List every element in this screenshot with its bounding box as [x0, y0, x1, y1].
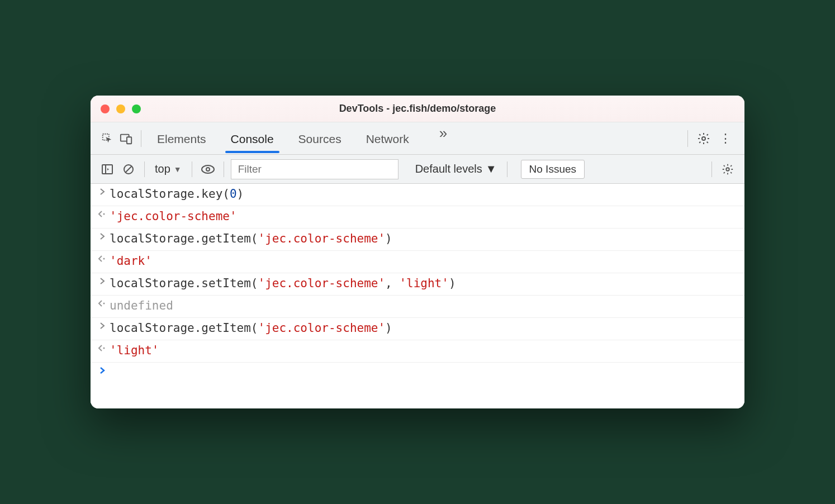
devtools-window: DevTools - jec.fish/demo/storage Element… — [91, 96, 744, 408]
inspect-element-icon[interactable] — [98, 130, 116, 148]
tab-sources[interactable]: Sources — [297, 125, 343, 153]
output-marker-icon — [96, 254, 110, 263]
separator — [507, 161, 507, 177]
console-line-content: 'dark' — [110, 254, 738, 268]
output-marker-icon — [96, 210, 110, 218]
filter-input[interactable] — [231, 159, 398, 179]
console-line-content: localStorage.getItem('jec.color-scheme') — [110, 321, 738, 335]
log-levels-label: Default levels — [415, 163, 482, 175]
toggle-sidebar-icon[interactable] — [98, 160, 116, 178]
output-marker-icon — [96, 299, 110, 308]
more-tabs-icon[interactable]: » — [433, 125, 454, 153]
input-marker-icon — [96, 187, 110, 196]
more-options-icon[interactable]: ⋮ — [715, 131, 737, 146]
input-marker-icon — [96, 321, 110, 330]
svg-point-8 — [202, 165, 214, 173]
console-output-row[interactable]: 'light' — [91, 340, 744, 363]
titlebar: DevTools - jec.fish/demo/storage — [91, 96, 744, 122]
console-input-row[interactable]: localStorage.key(0) — [91, 184, 744, 206]
svg-line-7 — [126, 166, 132, 172]
input-marker-icon — [96, 277, 110, 286]
input-marker-icon — [96, 232, 110, 241]
svg-point-10 — [726, 168, 729, 171]
output-marker-icon — [96, 344, 110, 353]
chevron-down-icon: ▼ — [174, 165, 182, 174]
svg-point-3 — [702, 137, 705, 140]
console-line-content: localStorage.setItem('jec.color-scheme',… — [110, 277, 738, 290]
svg-point-9 — [206, 168, 210, 171]
svg-point-11 — [103, 213, 105, 215]
console-line-content: localStorage.getItem('jec.color-scheme') — [110, 232, 738, 245]
console-output-row[interactable]: undefined — [91, 296, 744, 318]
separator — [141, 130, 141, 147]
console-line-content: 'jec.color-scheme' — [110, 210, 738, 223]
separator — [711, 161, 712, 177]
prompt-marker-icon — [96, 366, 110, 375]
separator — [687, 130, 688, 147]
console-input-row[interactable]: localStorage.getItem('jec.color-scheme') — [91, 318, 744, 340]
window-title: DevTools - jec.fish/demo/storage — [91, 103, 744, 115]
console-settings-icon[interactable] — [719, 160, 737, 178]
context-selector[interactable]: top ▼ — [151, 160, 185, 178]
console-prompt-row[interactable] — [91, 363, 744, 408]
console-toolbar: top ▼ Default levels ▼ No Issues — [91, 155, 744, 184]
console-output[interactable]: localStorage.key(0)'jec.color-scheme'loc… — [91, 184, 744, 408]
console-line-content: undefined — [110, 299, 738, 312]
tabs-container: Elements Console Sources Network » — [156, 125, 682, 153]
tab-console[interactable]: Console — [230, 125, 275, 153]
settings-gear-icon[interactable] — [695, 130, 713, 148]
close-window-button[interactable] — [101, 104, 110, 113]
tab-elements[interactable]: Elements — [156, 125, 207, 153]
clear-console-icon[interactable] — [120, 160, 137, 178]
zoom-window-button[interactable] — [132, 104, 141, 113]
separator — [144, 161, 145, 177]
separator — [192, 161, 192, 177]
tab-network[interactable]: Network — [365, 125, 410, 153]
live-expression-icon[interactable] — [199, 160, 217, 178]
console-input-row[interactable]: localStorage.setItem('jec.color-scheme',… — [91, 273, 744, 296]
log-levels-selector[interactable]: Default levels ▼ — [412, 160, 500, 178]
tabbar-right: ⋮ — [683, 130, 737, 148]
separator — [224, 161, 224, 177]
chevron-down-icon: ▼ — [486, 163, 497, 175]
console-input-row[interactable]: localStorage.getItem('jec.color-scheme') — [91, 229, 744, 251]
minimize-window-button[interactable] — [116, 104, 125, 113]
tabbar: Elements Console Sources Network » ⋮ — [91, 122, 744, 155]
svg-point-14 — [103, 348, 105, 349]
svg-point-12 — [103, 258, 105, 260]
console-line-content: localStorage.key(0) — [110, 187, 738, 201]
svg-rect-2 — [127, 137, 131, 144]
console-output-row[interactable]: 'jec.color-scheme' — [91, 206, 744, 229]
console-output-row[interactable]: 'dark' — [91, 251, 744, 273]
traffic-lights — [91, 104, 141, 113]
context-label: top — [155, 163, 170, 175]
device-toggle-icon[interactable] — [117, 130, 135, 148]
console-line-content: 'light' — [110, 344, 738, 357]
svg-point-13 — [103, 303, 105, 305]
issues-button[interactable]: No Issues — [521, 160, 585, 179]
